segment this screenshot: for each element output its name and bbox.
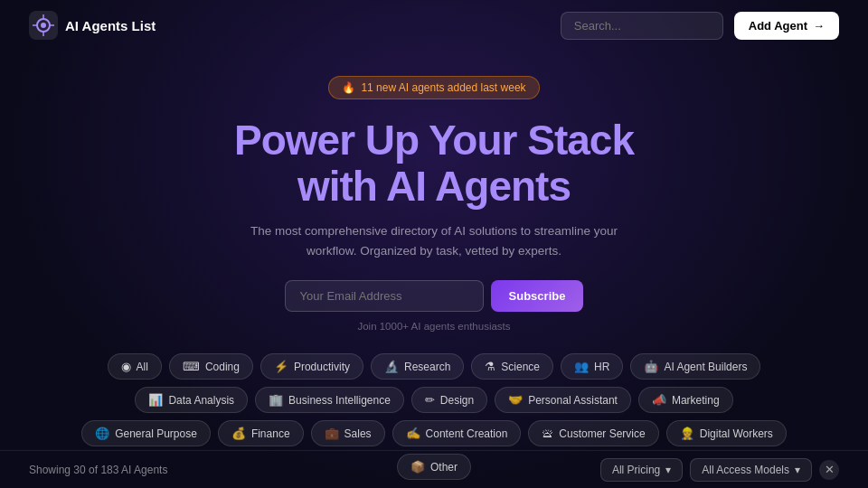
subscribe-button[interactable]: Subscribe [491,280,584,312]
showing-count: Showing 30 of 183 AI Agents [29,464,167,476]
badge-emoji: 🔥 [342,81,355,94]
sales-icon: 💼 [325,427,339,440]
design-icon: ✏ [425,393,435,407]
category-row-1: ◉All ⌨Coding ⚡Productivity 🔬Research ⚗Sc… [108,353,761,380]
cat-personal-assistant[interactable]: 🤝Personal Assistant [495,387,631,413]
category-row-2: 📊Data Analysis 🏢Business Intelligence ✏D… [135,387,732,413]
hr-icon: 👥 [574,360,589,373]
cat-research[interactable]: 🔬Research [371,353,464,380]
badge: 🔥 11 new AI agents added last week [328,76,539,99]
svg-point-2 [41,23,46,28]
cat-digital-workers[interactable]: 👷Digital Workers [666,420,787,446]
logo-text: AI Agents List [65,18,156,33]
chevron-down-icon-2: ▾ [795,464,800,476]
email-input[interactable] [285,280,484,312]
cat-general-purpose[interactable]: 🌐General Purpose [81,420,211,446]
cat-finance[interactable]: 💰Finance [218,420,304,446]
hero-title-line2: with AI Agents [297,163,571,210]
general-icon: 🌐 [95,427,109,440]
content-icon: ✍ [406,427,420,440]
chevron-down-icon: ▾ [665,464,671,476]
cat-data-analysis[interactable]: 📊Data Analysis [135,387,248,413]
cat-coding[interactable]: ⌨Coding [169,353,253,380]
join-text: Join 1000+ AI agents enthusiasts [357,321,510,332]
hero-section: 🔥 11 new AI agents added last week Power… [0,51,868,480]
research-icon: 🔬 [384,360,399,373]
logo: AI Agents List [29,11,156,40]
filter-row: All Pricing ▾ All Access Models ▾ ✕ [600,458,839,482]
header: AI Agents List Add Agent → [0,0,868,51]
logo-icon [29,11,58,40]
cat-design[interactable]: ✏Design [411,387,487,413]
cat-hr[interactable]: 👥HR [561,353,623,380]
access-models-filter[interactable]: All Access Models ▾ [690,458,812,482]
science-icon: ⚗ [485,360,495,373]
hero-title: Power Up Your Stack with AI Agents [234,117,634,209]
hero-title-line1: Power Up Your Stack [234,117,634,164]
category-row-3: 🌐General Purpose 💰Finance 💼Sales ✍Conten… [81,420,787,446]
footer-bar: Showing 30 of 183 AI Agents All Pricing … [0,450,868,488]
productivity-icon: ⚡ [274,360,288,373]
cat-business-intelligence[interactable]: 🏢Business Intelligence [255,387,404,413]
data-icon: 📊 [148,393,163,407]
cat-marketing[interactable]: 📣Marketing [638,387,733,413]
add-agent-button[interactable]: Add Agent → [734,12,839,40]
cat-ai-agent-builders[interactable]: 🤖AI Agent Builders [630,353,760,380]
all-icon: ◉ [121,360,131,373]
cat-customer-service[interactable]: 🛎Customer Service [528,420,658,446]
email-row: Subscribe [285,280,584,312]
cat-sales[interactable]: 💼Sales [311,420,385,446]
cat-productivity[interactable]: ⚡Productivity [260,353,363,380]
marketing-icon: 📣 [652,393,666,407]
assistant-icon: 🤝 [508,393,523,407]
header-right: Add Agent → [561,12,839,40]
cat-all[interactable]: ◉All [108,353,162,380]
hero-subtitle: The most comprehensive directory of AI s… [235,221,633,260]
finance-icon: 💰 [231,427,246,440]
pricing-filter[interactable]: All Pricing ▾ [600,458,683,482]
ai-builders-icon: 🤖 [644,360,658,373]
cat-science[interactable]: ⚗Science [471,353,553,380]
search-input[interactable] [561,12,723,40]
business-icon: 🏢 [269,393,283,407]
customer-icon: 🛎 [542,427,553,440]
arrow-icon: → [813,19,825,33]
coding-icon: ⌨ [183,360,200,373]
workers-icon: 👷 [680,427,694,440]
badge-text: 11 new AI agents added last week [361,81,525,94]
cat-content-creation[interactable]: ✍Content Creation [392,420,522,446]
clear-filters-button[interactable]: ✕ [819,460,839,480]
